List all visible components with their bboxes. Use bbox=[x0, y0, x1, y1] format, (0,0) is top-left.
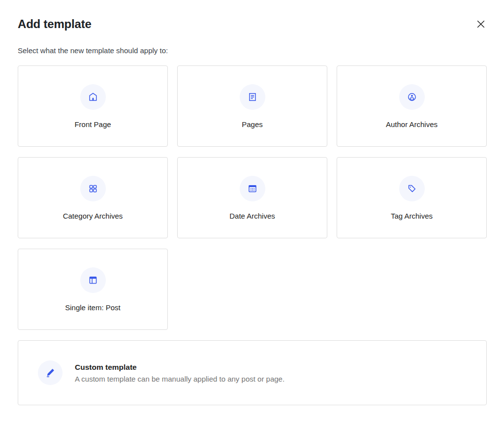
template-grid: Front Page Pages Author A bbox=[18, 65, 487, 405]
template-option-pages[interactable]: Pages bbox=[177, 65, 327, 147]
icon-circle bbox=[80, 176, 106, 201]
pencil-icon bbox=[44, 367, 56, 379]
home-icon bbox=[87, 91, 99, 103]
template-option-label: Tag Archives bbox=[391, 212, 433, 220]
template-option-category-archives[interactable]: Category Archives bbox=[18, 157, 168, 238]
icon-circle bbox=[399, 84, 425, 110]
custom-template-text: Custom template A custom template can be… bbox=[75, 363, 284, 383]
close-icon bbox=[475, 18, 487, 30]
template-option-label: Pages bbox=[242, 120, 263, 129]
add-template-modal: Add template Select what the new templat… bbox=[0, 0, 504, 405]
template-option-label: Category Archives bbox=[63, 212, 123, 220]
icon-circle bbox=[240, 84, 265, 110]
template-option-front-page[interactable]: Front Page bbox=[18, 65, 168, 147]
custom-template-option[interactable]: Custom template A custom template can be… bbox=[18, 340, 487, 405]
page-icon bbox=[247, 91, 258, 103]
modal-subtitle: Select what the new template should appl… bbox=[18, 46, 487, 56]
template-option-label: Single item: Post bbox=[65, 303, 121, 312]
custom-template-description: A custom template can be manually applie… bbox=[75, 375, 284, 383]
icon-circle bbox=[80, 267, 106, 293]
template-option-tag-archives[interactable]: Tag Archives bbox=[337, 157, 487, 238]
icon-circle bbox=[80, 84, 106, 110]
page-title: Add template bbox=[18, 17, 92, 31]
template-option-label: Author Archives bbox=[386, 120, 438, 129]
close-button[interactable] bbox=[475, 18, 487, 30]
icon-circle bbox=[240, 176, 265, 201]
template-option-date-archives[interactable]: Date Archives bbox=[177, 157, 327, 238]
template-option-label: Date Archives bbox=[229, 212, 275, 220]
tag-icon bbox=[406, 183, 418, 194]
icon-circle bbox=[38, 360, 63, 385]
template-option-single-post[interactable]: Single item: Post bbox=[18, 249, 168, 330]
category-icon bbox=[87, 183, 99, 194]
calendar-icon bbox=[247, 183, 258, 194]
author-icon bbox=[406, 91, 418, 103]
modal-header: Add template bbox=[18, 17, 487, 31]
icon-circle bbox=[399, 176, 425, 201]
template-option-author-archives[interactable]: Author Archives bbox=[337, 65, 487, 147]
custom-template-title: Custom template bbox=[75, 363, 284, 372]
template-option-label: Front Page bbox=[74, 120, 111, 129]
layout-icon bbox=[87, 274, 99, 286]
